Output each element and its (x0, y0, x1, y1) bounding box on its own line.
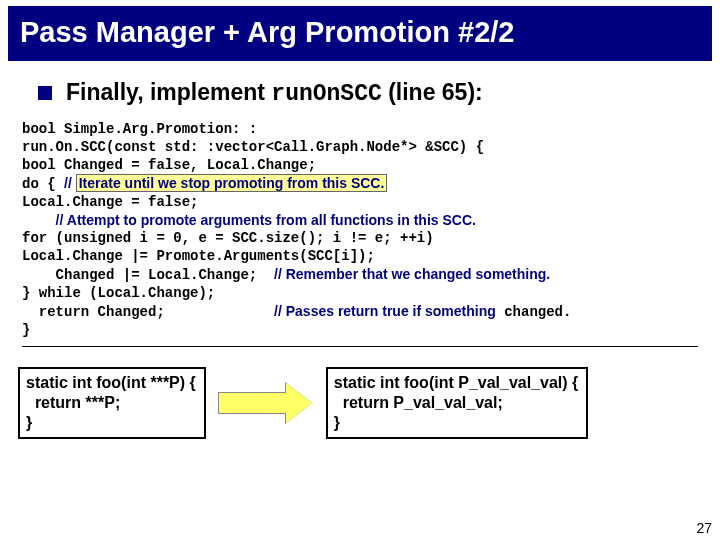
code-line: do { // Iterate until we stop promoting … (22, 175, 698, 194)
code-line: run.On.SCC(const std: :vector<Call.Graph… (22, 139, 698, 157)
code-line: bool Changed = false, Local.Change; (22, 157, 698, 175)
code-indent (22, 213, 56, 229)
bullet-row: Finally, implement runOnSCC (line 65): (38, 79, 692, 107)
comment-highlight: Iterate until we stop promoting from thi… (76, 174, 388, 192)
comment-text: Remember that we changed something. (286, 266, 551, 282)
page-number: 27 (696, 520, 712, 536)
comment-text: Passes return true if something (286, 303, 496, 319)
slide-title: Pass Manager + Arg Promotion #2/2 (8, 6, 712, 61)
code-line: } (22, 322, 698, 340)
code-line: Local.Change = false; (22, 194, 698, 212)
code-text: return Changed; (22, 304, 274, 320)
before-snippet: static int foo(int ***P) { return ***P; … (18, 367, 206, 439)
bullet-prefix: Finally, implement (66, 79, 271, 105)
code-line: Changed |= Local.Change; // Remember tha… (22, 266, 698, 285)
arrow-icon (218, 384, 314, 422)
code-line: bool Simple.Arg.Promotion: : (22, 121, 698, 139)
code-text: do { (22, 176, 64, 192)
comment-slashes: // (274, 303, 286, 319)
comment-tail: changed. (496, 304, 572, 320)
code-line: Local.Change |= Promote.Arguments(SCC[i]… (22, 248, 698, 266)
comment-slashes: // (56, 212, 67, 228)
after-snippet: static int foo(int P_val_val_val) { retu… (326, 367, 589, 439)
comment: // Attempt to promote arguments from all… (56, 212, 476, 228)
code-text: Changed |= Local.Change; (22, 267, 274, 283)
bullet-suffix: (line 65): (382, 79, 483, 105)
transformation-row: static int foo(int ***P) { return ***P; … (18, 367, 702, 439)
bullet-text: Finally, implement runOnSCC (line 65): (66, 79, 483, 107)
code-line: } while (Local.Change); (22, 285, 698, 303)
comment-slashes: // (64, 175, 76, 191)
comment-text: Attempt to promote arguments from all fu… (67, 212, 476, 228)
code-line: return Changed; // Passes return true if… (22, 303, 698, 322)
code-line: for (unsigned i = 0, e = SCC.size(); i !… (22, 230, 698, 248)
comment-slashes: // (274, 266, 286, 282)
code-line: // Attempt to promote arguments from all… (22, 212, 698, 231)
bullet-code: runOnSCC (271, 81, 381, 107)
comment: // Iterate until we stop promoting from … (64, 174, 387, 192)
comment: // Passes return true if something (274, 303, 496, 319)
comment: // Remember that we changed something. (274, 266, 550, 282)
bullet-square-icon (38, 86, 52, 100)
code-block: bool Simple.Arg.Promotion: : run.On.SCC(… (22, 121, 698, 347)
